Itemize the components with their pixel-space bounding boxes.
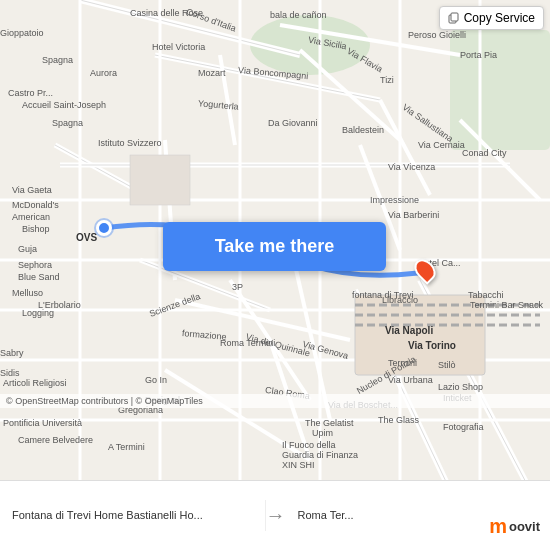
destination-marker [416,258,434,282]
moovit-icon: m [489,515,507,538]
route-arrow: → [266,504,286,527]
attribution: © OpenStreetMap contributors | © OpenMap… [0,394,550,408]
origin-dot [96,220,112,236]
take-me-there-button[interactable]: Take me there [163,222,386,271]
svg-rect-40 [355,295,485,375]
copy-icon [448,12,460,24]
destination-station-name: Roma Ter... [298,508,354,522]
bottom-bar: Fontana di Trevi Home Bastianelli Ho... … [0,480,550,550]
take-me-there-label: Take me there [215,236,335,257]
svg-rect-44 [130,155,190,205]
moovit-text: oovit [509,519,540,534]
map-container: Casina delle Rose Corso d'Italia bala de… [0,0,550,480]
origin-station-name: Fontana di Trevi Home Bastianelli Ho... [12,508,253,522]
svg-rect-2 [450,30,550,150]
moovit-logo: m oovit [489,515,540,538]
origin-info: Fontana di Trevi Home Bastianelli Ho... [0,500,266,530]
copy-service-label: Copy Service [464,11,535,25]
destination-info: Roma Ter... m oovit [286,500,551,530]
copy-service-button[interactable]: Copy Service [439,6,544,30]
svg-rect-46 [451,13,458,21]
